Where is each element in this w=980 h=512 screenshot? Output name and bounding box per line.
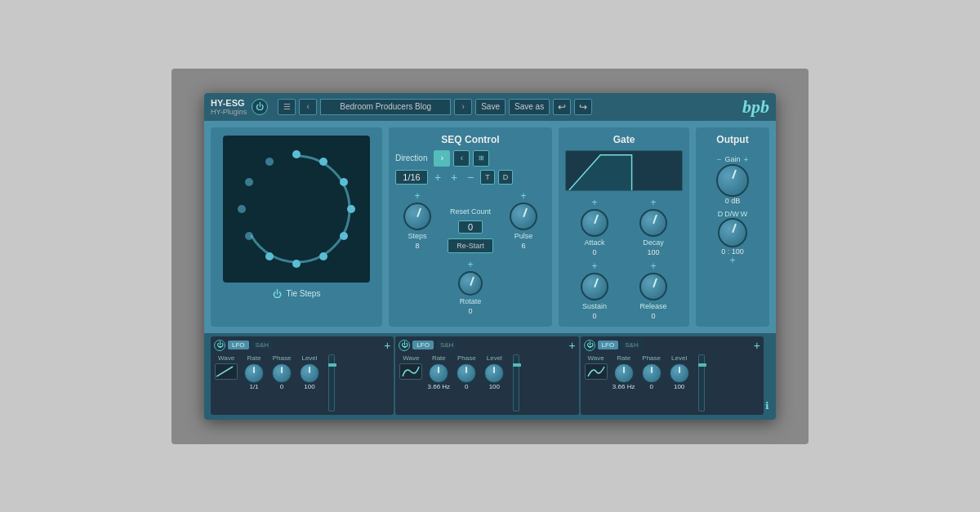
reset-count-label: Reset Count <box>450 207 491 216</box>
save-as-button[interactable]: Save as <box>509 99 550 115</box>
time-plus2-btn[interactable]: + <box>448 171 461 184</box>
restart-button[interactable]: Re-Start <box>448 238 493 253</box>
lfo2-phase-knob[interactable] <box>457 363 476 383</box>
lfo3-lfo-tab[interactable]: LFO <box>598 341 619 349</box>
rotate-knob[interactable] <box>458 271 483 296</box>
lfo3-phase-value: 0 <box>649 383 653 390</box>
gate-display <box>565 150 683 191</box>
rotate-plus[interactable]: + <box>467 260 473 269</box>
lfo1-vslider[interactable] <box>328 354 335 412</box>
plugin-container: HY-ESG HY-Plugins ⏻ ☰ ‹ Bedroom Producer… <box>204 93 776 420</box>
w-label: W <box>741 210 748 218</box>
lfo1-wave-display[interactable] <box>215 363 238 380</box>
lfo3-wave-display[interactable] <box>585 363 608 380</box>
gate-panel: Gate + Attack 0 + <box>559 127 689 327</box>
gain-knob[interactable] <box>716 164 749 197</box>
dw-knob[interactable] <box>718 218 747 247</box>
step-10[interactable] <box>238 205 246 213</box>
lfo1-wave-col: Wave <box>214 354 238 380</box>
step-12[interactable] <box>265 158 274 166</box>
lfo1-add-btn[interactable]: + <box>384 340 390 351</box>
steps-plus[interactable]: + <box>415 191 421 201</box>
lfo3-sah-tab[interactable]: S&H <box>621 341 642 349</box>
sustain-knob[interactable] <box>581 273 608 301</box>
lfo1-power-btn[interactable]: ⏻ <box>214 340 225 351</box>
svg-marker-0 <box>569 154 632 189</box>
lfo3-vslider[interactable] <box>698 354 705 412</box>
lfo3-rate-knob[interactable] <box>614 363 634 383</box>
lfo1-phase-knob[interactable] <box>272 363 292 383</box>
lfo3-power-btn[interactable]: ⏻ <box>584 340 595 351</box>
seq-circle-panel: ⏻ Tie Steps <box>211 127 382 327</box>
lfo2-level-knob[interactable] <box>484 363 504 383</box>
sustain-value: 0 <box>592 312 596 320</box>
time-minus-btn[interactable]: − <box>464 171 477 184</box>
seq-control-title: SEQ Control <box>395 134 546 145</box>
direction-label: Direction <box>395 154 427 163</box>
main-content: ⏻ Tie Steps SEQ Control Direction › ‹ ⊞ … <box>204 121 776 333</box>
lfo3-add-btn[interactable]: + <box>754 340 760 351</box>
lfo2-power-btn[interactable]: ⏻ <box>399 340 410 351</box>
dir-forward-btn[interactable]: › <box>434 150 450 167</box>
attack-knob[interactable] <box>581 209 608 237</box>
sustain-label: Sustain <box>582 302 607 310</box>
lfo3-phase-knob[interactable] <box>642 363 662 383</box>
dir-random-btn[interactable]: ⊞ <box>473 150 489 167</box>
lfo3-level-value: 100 <box>674 383 684 390</box>
redo-button[interactable]: ↪ <box>574 99 592 115</box>
lfo1-rate-value: 1/1 <box>249 383 258 390</box>
prev-button[interactable]: ‹ <box>299 99 317 115</box>
pulse-plus[interactable]: + <box>520 191 526 201</box>
decay-plus[interactable]: + <box>650 198 656 207</box>
lfo3-level-label: Level <box>671 354 687 362</box>
step-11[interactable] <box>245 178 253 186</box>
release-plus[interactable]: + <box>650 261 656 271</box>
lfo1-rate-knob[interactable] <box>244 363 264 383</box>
dir-backward-btn[interactable]: ‹ <box>453 150 470 167</box>
circle-ring <box>235 148 358 270</box>
power-button[interactable]: ⏻ <box>252 99 268 115</box>
reset-count-value: 0 <box>458 220 483 234</box>
lfo2-rate-knob[interactable] <box>429 363 448 383</box>
tie-steps-row: ⏻ Tie Steps <box>273 289 321 299</box>
tie-steps-label: Tie Steps <box>287 289 321 298</box>
t-button[interactable]: T <box>480 170 495 185</box>
pulse-knob[interactable] <box>510 203 537 230</box>
lfo2-level-value: 100 <box>489 383 500 390</box>
menu-button[interactable]: ☰ <box>278 99 296 115</box>
info-icon[interactable]: ℹ <box>765 400 769 412</box>
save-button[interactable]: Save <box>475 99 506 115</box>
rotate-value: 0 <box>468 307 472 315</box>
lfo1-sah-tab[interactable]: S&H <box>252 341 273 349</box>
lfo2-wave-label: Wave <box>403 354 419 362</box>
lfo3-wave-label: Wave <box>588 354 604 362</box>
attack-plus[interactable]: + <box>591 198 597 207</box>
lfo3-unit: ⏻ LFO S&H + Wave Rate <box>581 336 764 415</box>
gain-row: − Gain + <box>717 155 749 164</box>
lfo2-lfo-tab[interactable]: LFO <box>412 341 434 349</box>
lfo2-sah-tab[interactable]: S&H <box>436 341 457 349</box>
lfo2-vslider[interactable] <box>513 354 519 412</box>
next-button[interactable]: › <box>454 99 472 115</box>
steps-value: 8 <box>416 242 420 250</box>
steps-knob[interactable] <box>403 203 431 230</box>
decay-knob[interactable] <box>639 209 667 237</box>
gate-shape-svg <box>566 151 682 190</box>
undo-button[interactable]: ↩ <box>553 99 571 115</box>
d-button[interactable]: D <box>498 170 513 185</box>
release-knob[interactable] <box>639 273 667 301</box>
manufacturer: HY-Plugins <box>211 108 247 116</box>
dw-plus[interactable]: + <box>729 256 735 265</box>
sustain-plus[interactable]: + <box>591 261 597 271</box>
lfo3-level-knob[interactable] <box>670 363 689 383</box>
lfo2-wave-display[interactable] <box>399 363 422 380</box>
lfo1-lfo-tab[interactable]: LFO <box>228 341 249 349</box>
knobs-row: + Steps 8 Reset Count 0 Re-Start + <box>395 191 546 253</box>
lfo1-level-knob[interactable] <box>300 363 319 383</box>
time-plus-btn[interactable]: + <box>431 171 444 184</box>
lfo3-rate-col: Rate 3.66 Hz <box>612 354 636 390</box>
info-area: ℹ <box>765 336 769 415</box>
lfo2-wave-col: Wave <box>399 354 423 380</box>
release-value: 0 <box>651 312 655 320</box>
lfo2-add-btn[interactable]: + <box>568 340 575 351</box>
